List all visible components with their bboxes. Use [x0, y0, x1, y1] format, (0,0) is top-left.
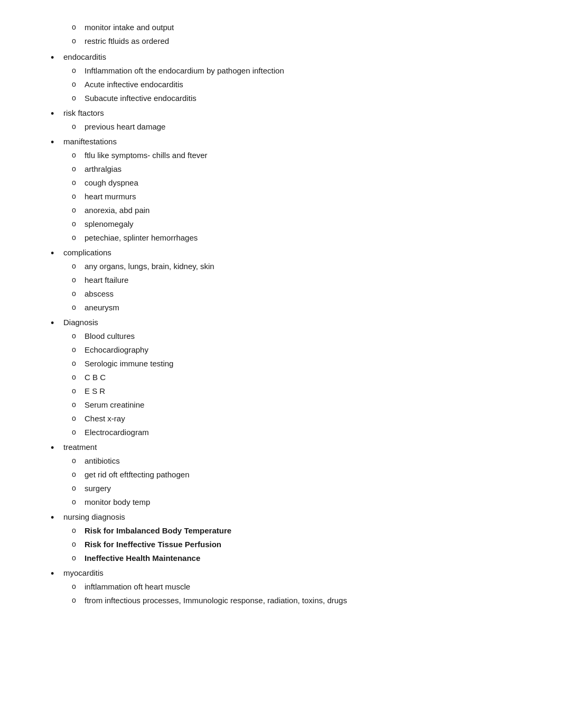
- sub-list: Inftlammation oft the endocardium by pat…: [63, 64, 529, 105]
- sub-list: any organs, lungs, brain, kidney, skinhe…: [63, 260, 529, 314]
- list-item: splenomegaly: [85, 218, 529, 231]
- list-item-label: endocarditis: [63, 52, 106, 61]
- sub-item-text: C B C: [85, 373, 106, 382]
- sub-item-text: anorexia, abd pain: [85, 206, 149, 215]
- list-item: DiagnosisBlood culturesEchocardiographyS…: [63, 316, 529, 439]
- sub-item-text: heart murmurs: [85, 192, 136, 201]
- sub-item-text: surgery: [85, 484, 111, 493]
- list-item-label: Diagnosis: [63, 318, 98, 327]
- list-item-label: complications: [63, 248, 111, 257]
- list-item-label: nursing diagnosis: [63, 512, 125, 521]
- sub-item-text: Risk for Ineffective Tissue Perfusion: [85, 540, 221, 549]
- list-item: Serologic immune testing: [85, 357, 529, 370]
- list-item: cough dyspnea: [85, 177, 529, 189]
- sub-list: previous heart damage: [63, 121, 529, 133]
- sub-item-text: inftlammation oft heart muscle: [85, 582, 190, 591]
- list-item: ftrom inftectious processes, Immunologic…: [85, 594, 529, 607]
- sub-item-text: Acute inftective endocarditis: [85, 80, 183, 89]
- list-item: myocarditisinftlammation oft heart muscl…: [63, 567, 529, 607]
- sub-item-text: splenomegaly: [85, 219, 134, 228]
- sub-item-text: Chest x-ray: [85, 414, 125, 423]
- list-item: Risk for Imbalanced Body Temperature: [85, 524, 529, 537]
- main-list: endocarditisInftlammation oft the endoca…: [32, 51, 529, 607]
- sub-item-text: E S R: [85, 386, 105, 395]
- list-item: risk ftactorsprevious heart damage: [63, 107, 529, 133]
- list-item: restric ftluids as ordered: [85, 35, 529, 48]
- sub-item-text: Subacute inftective endocarditis: [85, 94, 197, 103]
- sub-item-text: aneurysm: [85, 303, 119, 312]
- sub-list: antibioticsget rid oft eftftecting patho…: [63, 455, 529, 509]
- list-item: Risk for Ineffective Tissue Perfusion: [85, 538, 529, 551]
- list-item-label: treatment: [63, 443, 97, 451]
- list-item: heart murmurs: [85, 190, 529, 203]
- list-item: Ineffective Health Maintenance: [85, 552, 529, 565]
- sub-item-text: monitor body temp: [85, 497, 150, 506]
- list-item: E S R: [85, 385, 529, 398]
- sub-item-text: cough dyspnea: [85, 178, 138, 187]
- list-item-label: myocarditis: [63, 568, 104, 577]
- list-item: arthralgias: [85, 163, 529, 176]
- sub-item-text: Ineffective Health Maintenance: [85, 554, 200, 563]
- list-item: maniftestationsftlu like symptoms- chill…: [63, 135, 529, 244]
- list-item: Inftlammation oft the endocardium by pat…: [85, 64, 529, 77]
- list-item: treatmentantibioticsget rid oft eftftect…: [63, 441, 529, 509]
- sub-list: inftlammation oft heart muscleftrom inft…: [63, 580, 529, 607]
- list-item: monitor intake and output: [85, 21, 529, 34]
- top-sub-list: monitor intake and output restric ftluid…: [32, 21, 529, 48]
- list-item: surgery: [85, 482, 529, 495]
- sub-item-text: heart ftailure: [85, 275, 128, 284]
- list-item: petechiae, splinter hemorrhages: [85, 232, 529, 244]
- sub-item-text: ftlu like symptoms- chills and ftever: [85, 151, 208, 160]
- sub-item-text: Inftlammation oft the endocardium by pat…: [85, 66, 284, 75]
- list-item: get rid oft eftftecting pathogen: [85, 468, 529, 481]
- list-item: Chest x-ray: [85, 412, 529, 425]
- list-item: antibiotics: [85, 455, 529, 467]
- list-item: complicationsany organs, lungs, brain, k…: [63, 246, 529, 314]
- list-item-label: maniftestations: [63, 137, 117, 146]
- list-item: inftlammation oft heart muscle: [85, 580, 529, 593]
- list-item: abscess: [85, 288, 529, 300]
- sub-item-text: Echocardiography: [85, 345, 148, 354]
- list-item: Subacute inftective endocarditis: [85, 92, 529, 105]
- sub-list: Risk for Imbalanced Body TemperatureRisk…: [63, 524, 529, 565]
- list-item: Electrocardiogram: [85, 426, 529, 439]
- sub-item-text: abscess: [85, 289, 114, 298]
- list-item: ftlu like symptoms- chills and ftever: [85, 149, 529, 162]
- sub-list: ftlu like symptoms- chills and fteverart…: [63, 149, 529, 244]
- sub-item-text: Serum creatinine: [85, 400, 144, 409]
- list-item: Serum creatinine: [85, 399, 529, 411]
- sub-item-text: get rid oft eftftecting pathogen: [85, 470, 189, 479]
- list-item: any organs, lungs, brain, kidney, skin: [85, 260, 529, 273]
- sub-item-text: Blood cultures: [85, 331, 135, 340]
- sub-item-text: ftrom inftectious processes, Immunologic…: [85, 596, 347, 605]
- list-item: previous heart damage: [85, 121, 529, 133]
- sub-item-text: Risk for Imbalanced Body Temperature: [85, 526, 231, 535]
- list-item: heart ftailure: [85, 274, 529, 287]
- list-item: anorexia, abd pain: [85, 204, 529, 217]
- list-item: endocarditisInftlammation oft the endoca…: [63, 51, 529, 105]
- list-item: monitor body temp: [85, 496, 529, 509]
- sub-item-text: any organs, lungs, brain, kidney, skin: [85, 262, 214, 271]
- list-item: aneurysm: [85, 301, 529, 314]
- sub-item-text: arthralgias: [85, 164, 121, 173]
- list-item: Blood cultures: [85, 330, 529, 343]
- sub-item-text: Serologic immune testing: [85, 359, 173, 368]
- list-item: C B C: [85, 371, 529, 384]
- list-item: Acute inftective endocarditis: [85, 78, 529, 91]
- sub-item-text: petechiae, splinter hemorrhages: [85, 233, 198, 242]
- list-item: nursing diagnosisRisk for Imbalanced Bod…: [63, 511, 529, 565]
- list-item-label: risk ftactors: [63, 108, 104, 117]
- list-item: Echocardiography: [85, 344, 529, 356]
- sub-list: Blood culturesEchocardiographySerologic …: [63, 330, 529, 439]
- sub-item-text: previous heart damage: [85, 122, 165, 131]
- sub-item-text: Electrocardiogram: [85, 428, 149, 437]
- sub-item-text: antibiotics: [85, 456, 120, 465]
